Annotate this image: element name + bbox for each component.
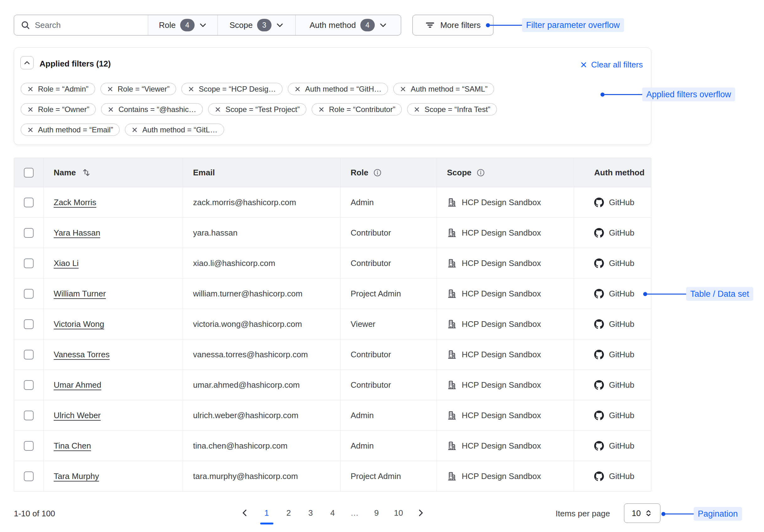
- org-building-icon: [447, 228, 457, 238]
- user-scope: HCP Design Sandbox: [462, 319, 541, 329]
- select-all-checkbox[interactable]: [24, 168, 34, 178]
- user-scope: HCP Design Sandbox: [462, 258, 541, 268]
- user-email: vanessa.torres@hashicorp.com: [193, 350, 308, 359]
- user-email: yara.hassan: [193, 228, 238, 238]
- page-button-2[interactable]: 2: [283, 504, 295, 521]
- remove-filter-icon[interactable]: [27, 86, 34, 92]
- sort-icon[interactable]: [81, 167, 92, 178]
- prev-page-button[interactable]: [239, 504, 251, 521]
- collapse-applied-filters-button[interactable]: [20, 56, 34, 69]
- table-row: Umar Ahmed umar.ahmed@hashicorp.com Cont…: [14, 369, 651, 400]
- github-icon: [594, 228, 604, 238]
- page-button-3[interactable]: 3: [304, 504, 317, 521]
- page-button-10[interactable]: 10: [392, 504, 405, 521]
- user-name-link[interactable]: Zack Morris: [54, 198, 96, 207]
- page-button-9[interactable]: 9: [370, 504, 383, 521]
- clear-all-filters-link[interactable]: Clear all filters: [580, 60, 643, 69]
- filter-chip[interactable]: Role = “Contributor”: [312, 103, 402, 115]
- remove-filter-icon[interactable]: [108, 106, 114, 113]
- scope-filter-label: Scope: [230, 20, 253, 30]
- remove-filter-icon[interactable]: [188, 86, 194, 92]
- user-name-link[interactable]: Tina Chen: [54, 441, 91, 451]
- user-auth-method: GitHub: [609, 411, 634, 420]
- row-checkbox[interactable]: [24, 289, 34, 299]
- page-button-1[interactable]: 1: [261, 504, 273, 521]
- next-page-button[interactable]: [414, 504, 427, 521]
- filter-chip-label: Role = “Admin”: [38, 85, 89, 93]
- user-name-link[interactable]: Vanessa Torres: [54, 350, 109, 359]
- filter-chip[interactable]: Scope = “Test Project”: [208, 103, 306, 115]
- filter-chip[interactable]: Role = “Owner”: [21, 103, 96, 115]
- auth-method-filter-dropdown[interactable]: Auth method 4: [295, 15, 401, 35]
- column-header-scope: Scope: [447, 168, 472, 178]
- remove-filter-icon[interactable]: [400, 86, 406, 92]
- info-icon[interactable]: [373, 169, 382, 177]
- row-checkbox[interactable]: [24, 441, 34, 451]
- org-building-icon: [447, 441, 457, 451]
- filter-chip[interactable]: Contains = “@hashic…: [101, 103, 203, 115]
- column-header-name[interactable]: Name: [54, 168, 76, 178]
- remove-filter-icon[interactable]: [414, 106, 420, 113]
- row-checkbox[interactable]: [24, 380, 34, 390]
- chevron-left-icon: [241, 508, 249, 517]
- user-scope: HCP Design Sandbox: [462, 471, 541, 481]
- row-checkbox[interactable]: [24, 411, 34, 420]
- user-email: tina.chen@hashicorp.com: [193, 441, 287, 451]
- row-checkbox[interactable]: [24, 198, 34, 207]
- user-role: Admin: [351, 441, 374, 451]
- filter-group: Search Role 4 Scope 3 Auth method 4: [14, 15, 401, 36]
- github-icon: [594, 319, 604, 329]
- filter-chip[interactable]: Scope = “Infra Test”: [407, 103, 497, 115]
- filter-chip[interactable]: Auth method = “Email”: [21, 124, 119, 136]
- github-icon: [594, 289, 604, 299]
- annotation-label: Applied filters overflow: [642, 87, 735, 101]
- user-auth-method: GitHub: [609, 441, 634, 451]
- annotation-line: [647, 294, 686, 295]
- user-name-link[interactable]: Umar Ahmed: [54, 380, 101, 390]
- org-building-icon: [447, 411, 457, 420]
- user-name-link[interactable]: Victoria Wong: [54, 319, 104, 329]
- filter-chip[interactable]: Auth method = “SAML”: [393, 83, 494, 95]
- row-checkbox[interactable]: [24, 258, 34, 268]
- remove-filter-icon[interactable]: [294, 86, 301, 92]
- remove-filter-icon[interactable]: [27, 106, 34, 113]
- role-filter-dropdown[interactable]: Role 4: [148, 15, 218, 35]
- search-input[interactable]: Search: [14, 15, 148, 35]
- page-button-4[interactable]: 4: [326, 504, 339, 521]
- user-role: Contributor: [351, 380, 391, 390]
- filter-chip[interactable]: Auth method = “GitH…: [288, 83, 388, 95]
- remove-filter-icon[interactable]: [131, 127, 138, 133]
- user-email: ulrich.weber@hashicorp.com: [193, 411, 298, 420]
- github-icon: [594, 380, 604, 390]
- user-name-link[interactable]: Xiao Li: [54, 258, 79, 268]
- remove-filter-icon[interactable]: [27, 127, 34, 133]
- user-role: Admin: [351, 198, 374, 207]
- row-checkbox[interactable]: [24, 350, 34, 359]
- chip-row: Role = “Owner” Contains = “@hashic… Scop…: [21, 103, 497, 115]
- annotation-line: [666, 513, 694, 514]
- org-building-icon: [447, 319, 457, 329]
- close-icon: [580, 61, 587, 68]
- table-row: Vanessa Torres vanessa.torres@hashicorp.…: [14, 339, 651, 369]
- user-name-link[interactable]: William Turner: [54, 289, 106, 299]
- filter-chip[interactable]: Role = “Admin”: [21, 83, 95, 95]
- filter-chip[interactable]: Auth method = “GitL…: [125, 124, 224, 136]
- user-auth-method: GitHub: [609, 319, 634, 329]
- remove-filter-icon[interactable]: [215, 106, 221, 113]
- row-checkbox[interactable]: [24, 319, 34, 329]
- filter-chip[interactable]: Scope = “HCP Desig…: [181, 83, 283, 95]
- scope-filter-dropdown[interactable]: Scope 3: [218, 15, 295, 35]
- more-filters-button[interactable]: More filters: [413, 15, 493, 36]
- items-per-page-value: 10: [632, 508, 641, 518]
- user-name-link[interactable]: Tara Murphy: [54, 471, 99, 481]
- row-checkbox[interactable]: [24, 228, 34, 238]
- user-name-link[interactable]: Yara Hassan: [54, 228, 100, 238]
- items-per-page-select[interactable]: 10: [624, 503, 661, 523]
- info-icon[interactable]: [477, 169, 485, 177]
- user-name-link[interactable]: Ulrich Weber: [54, 411, 101, 420]
- filter-chip[interactable]: Role = “Viewer”: [100, 83, 176, 95]
- remove-filter-icon[interactable]: [107, 86, 113, 92]
- page-ellipsis: …: [348, 504, 361, 521]
- row-checkbox[interactable]: [24, 471, 34, 481]
- remove-filter-icon[interactable]: [318, 106, 324, 113]
